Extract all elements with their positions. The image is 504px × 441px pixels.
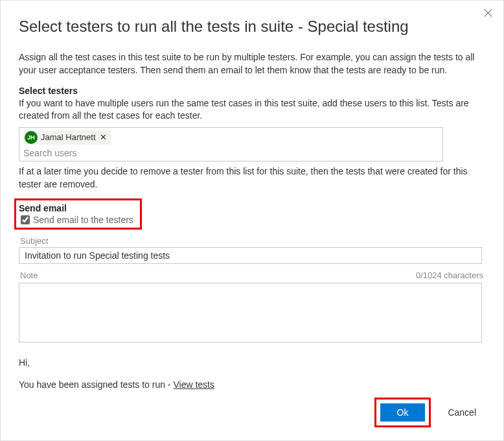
search-users-input[interactable] bbox=[23, 146, 439, 160]
note-counter: 0/1024 characters bbox=[416, 270, 483, 280]
email-preview-greeting: Hi, bbox=[19, 357, 485, 368]
remove-chip-icon[interactable]: ✕ bbox=[100, 132, 107, 142]
send-email-header: Send email bbox=[19, 203, 133, 213]
dialog-title: Select testers to run all the tests in s… bbox=[19, 18, 485, 36]
email-preview-line: You have been assigned tests to run - Vi… bbox=[19, 379, 485, 390]
ok-button[interactable]: Ok bbox=[380, 403, 426, 422]
note-label: Note bbox=[20, 270, 38, 280]
button-row: Ok Cancel bbox=[374, 398, 485, 427]
send-email-checkbox[interactable] bbox=[21, 215, 30, 224]
note-textarea[interactable] bbox=[19, 283, 482, 342]
highlight-ok-button: Ok bbox=[374, 398, 431, 427]
highlight-send-email: Send email Send email to the testers bbox=[14, 198, 142, 230]
dialog-intro: Assign all the test cases in this test s… bbox=[19, 51, 485, 77]
subject-input[interactable] bbox=[19, 247, 482, 264]
select-testers-description: If you want to have multiple users run t… bbox=[19, 97, 485, 122]
send-email-checkbox-label: Send email to the testers bbox=[33, 215, 133, 225]
avatar: JH bbox=[25, 131, 38, 144]
dialog: Select testers to run all the tests in s… bbox=[0, 0, 504, 441]
tester-picker[interactable]: JH Jamal Hartnett ✕ bbox=[19, 127, 443, 161]
cancel-button[interactable]: Cancel bbox=[439, 403, 485, 422]
tester-chip[interactable]: JH Jamal Hartnett ✕ bbox=[23, 130, 111, 145]
view-tests-link[interactable]: View tests bbox=[173, 379, 214, 390]
remove-tester-note: If at a later time you decide to remove … bbox=[19, 165, 485, 191]
close-icon[interactable] bbox=[483, 7, 494, 19]
email-preview-text: You have been assigned tests to run - bbox=[19, 379, 173, 390]
tester-chip-label: Jamal Hartnett bbox=[41, 132, 96, 142]
select-testers-header: Select testers bbox=[19, 86, 485, 96]
subject-label: Subject bbox=[20, 236, 48, 246]
